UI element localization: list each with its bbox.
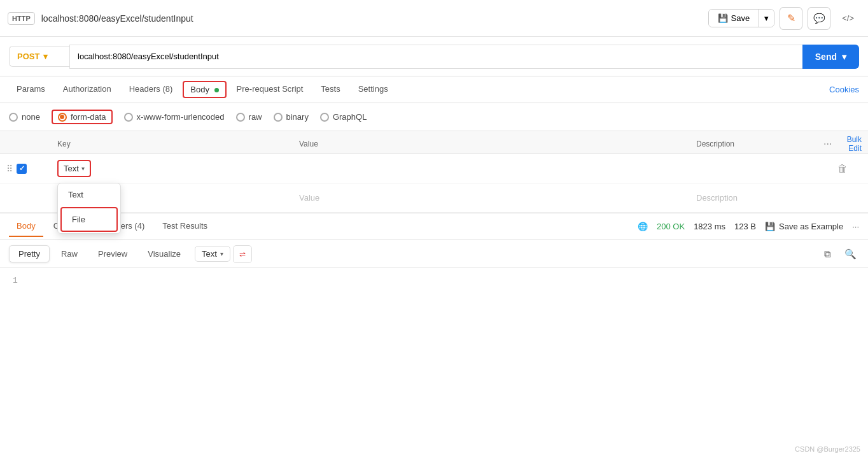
save-example-button[interactable]: 💾 Save as Example: [765, 222, 843, 231]
radio-graphql: [320, 113, 329, 122]
edit-icon: ✎: [787, 12, 795, 24]
globe-icon: 🌐: [638, 222, 648, 231]
save-chevron-icon: ▾: [764, 13, 769, 23]
send-chevron-icon: ▾: [842, 52, 846, 62]
dropdown-text-item[interactable]: Text: [58, 183, 120, 206]
save-btn-group: 💾 Save ▾: [708, 9, 775, 27]
option-none[interactable]: none: [9, 112, 40, 122]
response-tab-test-results[interactable]: Test Results: [155, 216, 215, 237]
delete-row1-icon[interactable]: 🗑: [823, 163, 862, 175]
radio-url-encoded: [124, 113, 133, 122]
tab-settings[interactable]: Settings: [351, 79, 396, 100]
body-options: none form-data x-www-form-urlencoded raw…: [0, 103, 868, 131]
desc-placeholder[interactable]: Description: [696, 193, 823, 203]
checkmark-icon: ✓: [19, 164, 25, 173]
option-graphql-label: GraphQL: [333, 112, 367, 122]
tab-pre-request[interactable]: Pre-request Script: [229, 79, 311, 100]
response-toolbar: Pretty Raw Preview Visualize Text ▾ ⇌ ⧉ …: [0, 240, 868, 268]
option-form-data[interactable]: form-data: [52, 110, 113, 124]
value-placeholder[interactable]: Value: [299, 193, 696, 203]
response-tabs: Body Cookies Headers (4) Test Results 🌐 …: [0, 213, 868, 240]
option-none-label: none: [22, 112, 40, 122]
col-bulk-edit: ··· Bulk Edit: [823, 135, 862, 153]
radio-binary: [274, 113, 283, 122]
response-section: Body Cookies Headers (4) Test Results 🌐 …: [0, 213, 868, 319]
comment-button[interactable]: 💬: [808, 7, 830, 30]
option-graphql[interactable]: GraphQL: [320, 112, 367, 122]
view-raw-button[interactable]: Raw: [52, 246, 87, 262]
type-label: Text: [64, 164, 79, 173]
radio-none: [9, 113, 18, 122]
http-label: HTTP: [12, 15, 31, 22]
tab-headers[interactable]: Headers (8): [122, 79, 181, 100]
col-key: Key: [57, 140, 299, 148]
more-dots-icon[interactable]: ···: [823, 138, 832, 150]
cookies-link[interactable]: Cookies: [829, 85, 859, 94]
radio-form-data: [58, 113, 67, 122]
response-more-icon[interactable]: ···: [852, 222, 859, 231]
option-url-encoded-label: x-www-form-urlencoded: [137, 112, 225, 122]
send-button[interactable]: Send ▾: [802, 45, 859, 69]
radio-raw: [236, 113, 245, 122]
save-example-disk-icon: 💾: [765, 222, 775, 231]
edit-button[interactable]: ✎: [780, 7, 802, 30]
tab-params[interactable]: Params: [9, 79, 53, 100]
view-pretty-button[interactable]: Pretty: [9, 245, 50, 262]
row1-checkbox[interactable]: ✓: [17, 164, 27, 174]
line-number-1: 1: [13, 276, 18, 285]
drag-handle-icon[interactable]: ⠿: [6, 164, 13, 174]
search-response-icon[interactable]: 🔍: [841, 245, 859, 263]
watermark: CSDN @Burger2325: [795, 445, 860, 453]
option-raw-label: raw: [249, 112, 262, 122]
col-value: Value: [299, 140, 696, 148]
copy-response-icon[interactable]: ⧉: [818, 245, 836, 263]
tab-tests[interactable]: Tests: [313, 79, 347, 100]
type-chevron-icon: ▾: [81, 165, 85, 172]
save-disk-icon: 💾: [718, 13, 728, 23]
response-code-area: 1: [0, 268, 868, 319]
dropdown-file-item[interactable]: File: [60, 207, 118, 232]
method-label: POST: [17, 52, 39, 61]
save-example-label: Save as Example: [779, 222, 843, 231]
view-preview-button[interactable]: Preview: [89, 246, 136, 262]
code-button[interactable]: </>: [836, 10, 860, 27]
tab-body[interactable]: Body: [183, 81, 226, 98]
radio-inner: [60, 115, 64, 119]
send-label: Send: [815, 52, 837, 62]
view-visualize-button[interactable]: Visualize: [139, 246, 190, 262]
url-input[interactable]: [69, 45, 802, 69]
format-select[interactable]: Text ▾: [195, 246, 230, 262]
body-tab-label: Body: [190, 85, 209, 94]
top-actions: 💾 Save ▾ ✎ 💬 </>: [708, 7, 860, 30]
comment-icon: 💬: [813, 13, 825, 24]
tab-authorization[interactable]: Authorization: [55, 79, 119, 100]
table-row-2: Key Value Description: [0, 183, 868, 213]
save-dropdown-button[interactable]: ▾: [759, 10, 774, 27]
wrap-button[interactable]: ⇌: [233, 245, 252, 263]
type-dropdown[interactable]: Text ▾: [57, 160, 91, 177]
top-bar: HTTP localhost:8080/easyExcel/studentInp…: [0, 0, 868, 37]
response-status: 200 OK: [657, 222, 685, 231]
option-url-encoded[interactable]: x-www-form-urlencoded: [124, 112, 225, 122]
http-badge: HTTP: [8, 12, 35, 25]
method-select[interactable]: POST ▾: [9, 46, 69, 67]
response-size: 123 B: [734, 222, 756, 231]
option-raw[interactable]: raw: [236, 112, 262, 122]
save-label: Save: [731, 13, 750, 23]
save-button[interactable]: 💾 Save: [709, 10, 759, 27]
option-binary[interactable]: binary: [274, 112, 309, 122]
response-tab-body[interactable]: Body: [9, 216, 43, 237]
row1-controls: ⠿ ✓: [6, 164, 57, 174]
method-chevron-icon: ▾: [43, 52, 48, 61]
body-active-dot: [214, 88, 219, 92]
response-meta: 🌐 200 OK 1823 ms 123 B 💾 Save as Example…: [638, 222, 859, 231]
format-label: Text: [202, 249, 217, 259]
wrap-icon: ⇌: [239, 250, 246, 259]
request-tabs: Params Authorization Headers (8) Body Pr…: [0, 76, 868, 103]
bulk-edit-label[interactable]: Bulk Edit: [838, 135, 862, 153]
top-url: localhost:8080/easyExcel/studentInput: [41, 13, 702, 24]
url-bar: POST ▾ Send ▾: [0, 37, 868, 76]
type-dropdown-menu: Text File: [57, 183, 121, 234]
format-chevron-icon: ▾: [220, 250, 223, 257]
table-header: Key Value Description ··· Bulk Edit: [0, 131, 868, 154]
